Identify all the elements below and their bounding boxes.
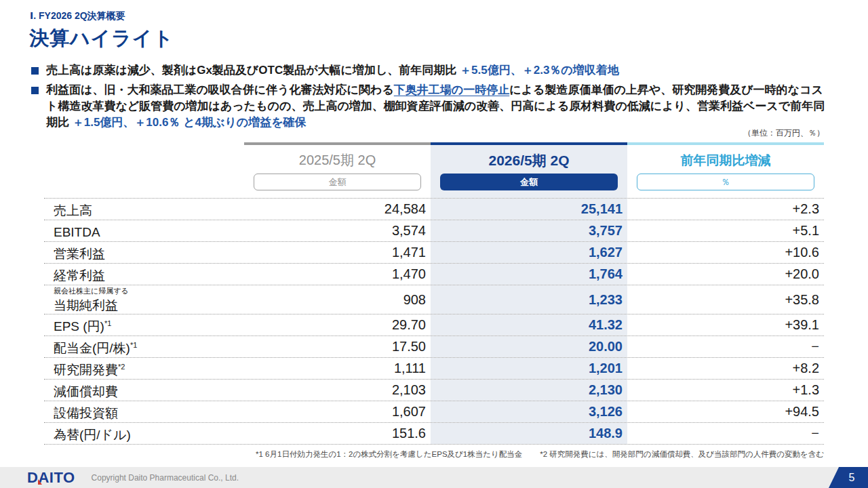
row-current-value: 1,201	[431, 358, 627, 379]
row-label-cell: 配当金(円/株)*1	[44, 336, 244, 357]
row-label-cell: 経常利益	[44, 264, 244, 285]
row-change-value: +10.6	[627, 242, 824, 263]
slide: Ⅰ. FY2026 2Q決算概要 決算ハイライト 売上高は原薬は減少、製剤はGx…	[0, 0, 868, 488]
row-label-cell: 研究開発費*2	[44, 358, 244, 379]
current-measure-pill: 金額	[440, 174, 618, 190]
row-label-cell: EBITDA	[44, 220, 244, 241]
unit-note: （単位：百万円、％）	[743, 127, 825, 139]
table-row: 設備投資額 1,607 3,126 +94.5	[44, 401, 824, 423]
row-label: 為替(円/ドル)	[54, 425, 131, 442]
bullet-highlight-underlined: 下奥井工場の一時停止	[394, 83, 509, 96]
section-label: Ⅰ. FY2026 2Q決算概要	[30, 10, 125, 22]
logo-letter-d: D	[27, 469, 38, 487]
row-change-value: +94.5	[627, 401, 824, 422]
row-footnote-ref: *2	[118, 363, 125, 371]
logo-letter-a: A	[38, 469, 49, 487]
row-current-value: 41.32	[431, 314, 627, 336]
bullet-item: 利益面は、旧・大和薬品工業の吸収合併に伴う化審法対応に関わる下奥井工場の一時停止…	[30, 82, 827, 131]
bullet-highlight: ＋5.5億円、＋2.3％の増収着地	[460, 64, 619, 77]
bullet-square-icon	[31, 87, 39, 94]
table-body: 売上高 24,584 25,141 +2.3 EBITDA 3,574 3,75…	[44, 198, 824, 445]
change-measure-pill: ％	[637, 174, 814, 190]
row-label: 売上高	[54, 201, 92, 218]
row-change-value: +39.1	[627, 314, 824, 336]
row-footnote-ref: *1	[104, 319, 111, 327]
row-label: EPS (円)*1	[54, 317, 111, 333]
row-current-value: 1,233	[431, 285, 627, 314]
row-current-value: 3,126	[431, 401, 627, 422]
table-row: EBITDA 3,574 3,757 +5.1	[44, 220, 824, 242]
row-current-value: 2,130	[431, 380, 627, 401]
row-label-cell: 設備投資額	[44, 401, 244, 422]
current-period-label: 2026/5期 2Q	[431, 151, 627, 169]
bullet-text: 利益面は、旧・大和薬品工業の吸収合併に伴う化審法対応に関わる下奥井工場の一時停止…	[46, 82, 827, 131]
bullet-item: 売上高は原薬は減少、製剤はGx製品及びOTC製品が大幅に増加し、前年同期比 ＋5…	[30, 62, 827, 79]
row-prev-value: 29.70	[244, 314, 431, 336]
bullet-text-segment: 売上高は原薬は減少、製剤はGx製品及びOTC製品が大幅に増加し、前年同期比	[46, 64, 460, 77]
row-current-value: 1,764	[431, 264, 627, 285]
table-row: 研究開発費*2 1,111 1,201 +8.2	[44, 358, 824, 380]
row-change-value: +20.0	[627, 264, 824, 285]
footer-bar: D A ITO Copyright Daito Pharmaceutical C…	[0, 467, 868, 488]
bullet-text-segment: 利益面は、旧・大和薬品工業の吸収合併に伴う化審法対応に関わる	[46, 83, 394, 96]
copyright-text: Copyright Daito Pharmaceutical Co., Ltd.	[92, 473, 239, 483]
row-label: 経常利益	[54, 266, 105, 283]
footnote-1: *1 6月1日付効力発生の1：2の株式分割を考慮したEPS及び1株当たり配当金	[256, 449, 522, 460]
row-label: 減価償却費	[54, 382, 118, 399]
row-change-value: +1.3	[627, 380, 824, 401]
table-header: 2025/5期 2Q 金額 2026/5期 2Q 金額 前年同期比増減 ％	[44, 142, 824, 198]
header-prev-period: 2025/5期 2Q 金額	[244, 142, 431, 198]
row-label: 営業利益	[54, 244, 105, 261]
row-change-value: +5.1	[627, 220, 824, 241]
row-change-value: +35.8	[627, 285, 824, 314]
row-change-value: +8.2	[627, 358, 824, 379]
row-label-cell: 親会社株主に帰属する 当期純利益	[44, 285, 244, 314]
header-current-period: 2026/5期 2Q 金額	[431, 142, 627, 198]
row-label: 研究開発費*2	[54, 360, 125, 377]
footnotes: *1 6月1日付効力発生の1：2の株式分割を考慮したEPS及び1株当たり配当金 …	[44, 449, 824, 460]
row-label: 当期純利益	[54, 296, 118, 312]
summary-bullets: 売上高は原薬は減少、製剤はGx製品及びOTC製品が大幅に増加し、前年同期比 ＋5…	[30, 62, 827, 134]
row-label-cell: 売上高	[44, 199, 244, 220]
change-label: 前年同期比増減	[627, 151, 824, 169]
table-row: EPS (円)*1 29.70 41.32 +39.1	[44, 314, 824, 336]
row-label: EBITDA	[54, 222, 100, 239]
row-label: 設備投資額	[54, 403, 118, 420]
row-current-value: 25,141	[431, 199, 627, 220]
row-prev-value: 1,470	[244, 264, 431, 285]
row-prev-value: 1,607	[244, 401, 431, 422]
row-label-cell: 営業利益	[44, 242, 244, 263]
logo-letters-ito: ITO	[50, 469, 75, 487]
row-change-value: +2.3	[627, 199, 824, 220]
row-prev-value: 24,584	[244, 199, 431, 220]
row-change-value: −	[627, 423, 824, 444]
row-prev-value: 908	[244, 285, 431, 314]
table-row: 為替(円/ドル) 151.6 148.9 −	[44, 423, 824, 445]
row-prev-value: 1,111	[244, 358, 431, 379]
row-label-cell: 為替(円/ドル)	[44, 423, 244, 444]
row-current-value: 1,627	[431, 242, 627, 263]
prev-measure-pill: 金額	[254, 174, 421, 190]
row-current-value: 20.00	[431, 336, 627, 357]
table-row: 売上高 24,584 25,141 +2.3	[44, 199, 824, 220]
table-row: 経常利益 1,470 1,764 +20.0	[44, 264, 824, 285]
table-row: 営業利益 1,471 1,627 +10.6	[44, 242, 824, 264]
financial-table: 2025/5期 2Q 金額 2026/5期 2Q 金額 前年同期比増減 ％ 売上…	[44, 142, 824, 445]
row-prev-value: 17.50	[244, 336, 431, 357]
header-label-spacer	[44, 142, 244, 198]
daito-logo: D A ITO	[27, 469, 75, 487]
table-row: 減価償却費 2,103 2,130 +1.3	[44, 380, 824, 401]
bullet-square-icon	[31, 67, 39, 75]
bullet-highlight: ＋1.5億円、＋10.6％ と4期ぶりの増益を確保	[73, 116, 307, 129]
footnote-2: *2 研究開発費には、開発部門の減価償却費、及び当該部門の人件費の変動を含む	[540, 449, 824, 460]
row-prev-value: 1,471	[244, 242, 431, 263]
row-prev-value: 151.6	[244, 423, 431, 444]
bullet-text: 売上高は原薬は減少、製剤はGx製品及びOTC製品が大幅に増加し、前年同期比 ＋5…	[46, 62, 619, 79]
prev-period-label: 2025/5期 2Q	[244, 151, 431, 169]
row-prev-value: 2,103	[244, 380, 431, 401]
row-sublabel: 親会社株主に帰属する	[54, 287, 129, 296]
row-prev-value: 3,574	[244, 220, 431, 241]
row-label-cell: EPS (円)*1	[44, 314, 244, 336]
row-footnote-ref: *1	[130, 341, 137, 349]
row-change-value: −	[627, 336, 824, 357]
